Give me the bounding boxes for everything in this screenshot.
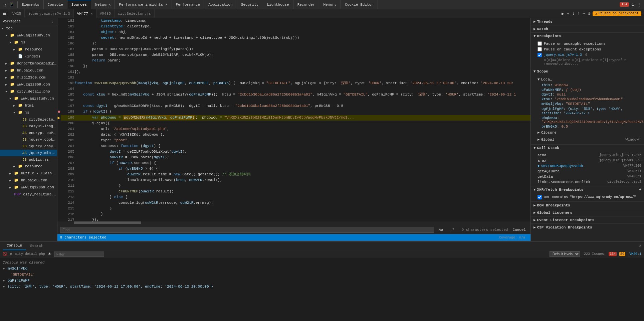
breakpoint-gutter[interactable] [57,69,61,75]
expand-arrow-icon[interactable]: ▶ [3,284,5,290]
close-vm477-icon[interactable]: ✕ [91,12,93,16]
closure-scope-header[interactable]: ▶ Closure [538,129,641,136]
watch-header[interactable]: ▶ Watch [531,25,644,32]
step-into-icon[interactable]: ↓ [572,10,576,17]
clear-console-icon[interactable]: 🚫 [3,252,7,256]
resume-icon[interactable]: ▶ [561,10,565,17]
pause-caught-checkbox[interactable] [538,47,542,51]
file-tab-cityselector[interactable]: citySelector.js [115,9,155,18]
breakpoint-gutter[interactable]: ▶ [57,115,61,121]
breakpoint-gutter[interactable] [57,160,61,166]
tab-performance[interactable]: Performance [172,0,205,9]
horizontal-scrollbar[interactable] [57,221,530,225]
pause-uncaught-checkbox[interactable] [538,41,542,46]
tree-item-mzq[interactable]: ▶ 📁 m.zq12369.com [0,74,57,81]
event-listener-header[interactable]: ▶ Event Listener Breakpoints [531,216,644,223]
global-scope-header[interactable]: ▶ Global Window [538,136,641,143]
tree-item-html[interactable]: ▶ 📁 html [0,102,57,109]
threads-header[interactable]: ▶ Threads [531,18,644,25]
expand-arrow-icon[interactable]: ▶ [3,278,5,284]
tab-cookie-editor[interactable]: Cookie-Editor [341,0,378,9]
breakpoint-gutter[interactable] [57,206,61,211]
close-console-icon[interactable]: ✕ [639,244,641,248]
call-stack-item[interactable]: send jquery.min.js?v=1.3:6 [538,153,641,158]
breakpoint-gutter[interactable] [57,183,61,189]
tree-item-js[interactable]: ▼ 📁 js [0,39,57,46]
file-tab-vm477[interactable]: VM477 ✕ [74,9,96,18]
console-tab-console[interactable]: Console [3,242,26,250]
add-xhb-icon[interactable]: + [639,188,641,192]
tree-item-hmbaidu2[interactable]: ▶ 📁 hm.baidu.com [0,177,57,184]
breakpoint-gutter[interactable] [57,24,61,29]
more-icon[interactable]: ⋮ [637,2,641,7]
tree-item-resource2[interactable]: ▶ 📁 resource [0,163,57,170]
console-tab-search[interactable]: Search [26,242,47,250]
breakpoint-gutter[interactable] [57,63,61,69]
deactivate-breakpoints-icon[interactable]: ⊘ [587,10,591,17]
console-levels-select[interactable]: Default levels [550,251,580,257]
breakpoint-gutter[interactable] [57,217,61,221]
breakpoint-gutter[interactable] [57,98,61,103]
tab-security[interactable]: Security [237,0,263,9]
tree-item-cityrealtime[interactable]: PHP city_realtime.php [0,191,57,198]
console-filter-input[interactable] [54,252,104,257]
breakpoint-gutter[interactable] [57,58,61,63]
tree-item-jquerycookie[interactable]: JS jquery.cookie.js [0,136,57,143]
tree-item-donbc[interactable]: ▶ 📁 donbcfbmhbcapadipfkeojnn... [0,60,57,67]
tab-elements[interactable]: Elements [18,0,44,9]
dom-breakpoints-header[interactable]: ▶ DOM Breakpoints [531,202,644,209]
tree-item-wwwzq[interactable]: ▶ 📁 www.zq12369.com [0,81,57,88]
breakpoint-gutter[interactable] [57,92,61,98]
call-stack-item[interactable]: getAQIData VM485:1 [538,169,641,174]
breakpoint-gutter[interactable] [57,29,61,35]
breakpoint-gutter[interactable] [57,46,61,52]
breakpoint-gutter[interactable] [57,126,61,132]
device-icon[interactable]: 📱 [8,1,15,8]
breakpoint-gutter[interactable] [57,177,61,183]
match-case-btn[interactable]: Aa [437,227,445,232]
tree-item-top[interactable]: ▼ top [0,25,57,32]
tab-perf-insights[interactable]: Performance insights ⚡ [115,0,172,9]
csp-header[interactable]: ▶ CSP Violation Breakpoints [531,224,644,231]
breakpoint-gutter[interactable] [57,103,61,109]
tree-item-jquerymin[interactable]: JS jquery.min.js?v=1.3 [0,150,57,156]
breakpoint-gutter[interactable] [57,41,61,46]
expand-arrow-icon[interactable]: ▶ [3,266,5,272]
tab-lighthouse[interactable]: Lighthouse [263,0,293,9]
tree-item-jqueryeasyui[interactable]: JS jquery.easyui.min.js [0,143,57,150]
call-stack-item[interactable]: ajax jquery.min.js?v=1.3:6 [538,158,641,163]
breakpoint-gutter[interactable] [57,86,61,92]
breakpoint-gutter[interactable] [57,143,61,149]
xhb-header[interactable]: ▼ XHR/fetch Breakpoints + [531,186,644,193]
tree-item-resource1[interactable]: ▶ 📁 resource [0,46,57,53]
breakpoint-gutter[interactable] [57,172,61,177]
tree-item-aqistudy2[interactable]: ▼ 📁 www.aqistudy.cn [0,95,57,102]
tree-item-js2[interactable]: ▼ 📁 js [0,109,57,116]
inspect-icon[interactable]: ⬚ [2,1,7,8]
call-stack-item[interactable]: getData VM485:1 [538,174,641,179]
breakpoint-gutter[interactable] [57,155,61,160]
console-output[interactable]: Console was cleared ▶ m4SqljVkq 'GETDETA… [0,258,644,321]
breakpoint-gutter[interactable]: ● [57,109,61,115]
file-tab-jquery[interactable]: jquery.min.js?v=1.3 [25,9,73,18]
breakpoint-gutter[interactable] [57,189,61,194]
breakpoint-gutter[interactable] [57,211,61,217]
tab-network[interactable]: Network [91,0,115,9]
breakpoint-gutter[interactable] [57,75,61,81]
tree-item-publicjs[interactable]: JS public.js [0,156,57,163]
breakpoint-gutter[interactable] [57,81,61,86]
file-tab-vm25[interactable]: VM25 [9,9,25,18]
call-stack-header[interactable]: ▼ Call Stack [531,145,644,151]
tree-item-easyui-lang[interactable]: JS easyui-lang-zh_CN.js [0,123,57,130]
breakpoint-gutter[interactable] [57,166,61,172]
tab-sources[interactable]: Sources [67,0,91,9]
call-stack-item[interactable]: links.<computed>.onclick citySelector.js… [538,179,641,185]
breakpoint-gutter[interactable] [57,138,61,143]
tree-item-index[interactable]: 📄 (index) [0,53,57,60]
breakpoint-gutter[interactable] [57,149,61,155]
tree-item-cityselectorjs[interactable]: JS citySelector.js [0,116,57,123]
sources-sidebar-toggle[interactable]: ☰ [0,9,9,18]
scope-header[interactable]: ▼ Scope [531,68,644,75]
call-stack-item-active[interactable]: ● sW7FumD53pAq3ysvobb VM477:200 [538,163,641,169]
step-icon[interactable]: → [582,10,586,17]
